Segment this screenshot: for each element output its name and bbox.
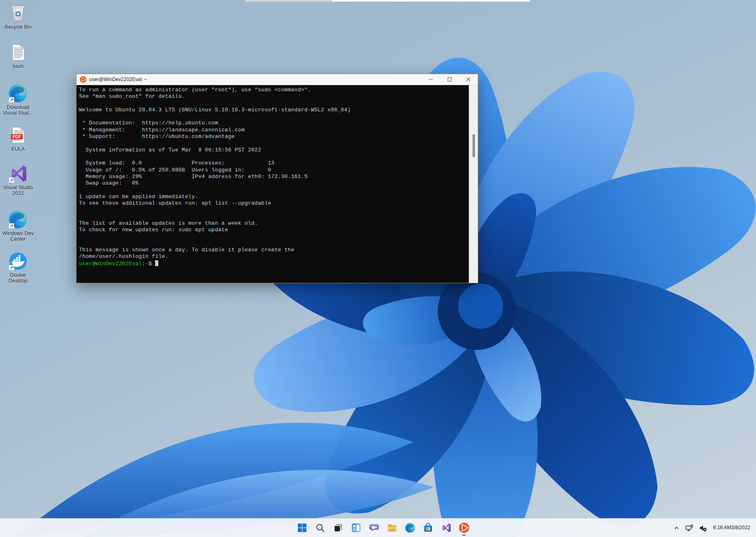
ubuntu-icon — [459, 523, 469, 533]
pdf-document-icon: PDF — [8, 125, 28, 145]
terminal-content[interactable]: To run a command as administrator (user … — [76, 85, 469, 283]
desktop-icon-label: EULA — [11, 146, 25, 152]
desktop-icon-label: Docker — [9, 272, 27, 278]
chat-icon — [369, 523, 379, 533]
tray-time: 6:16 AM — [713, 525, 731, 531]
desktop-icon-windows-dev-center[interactable]: ↗ Windows Dev Center — [1, 210, 35, 242]
text-document-icon — [8, 43, 28, 62]
clock[interactable]: 6:16 AM 3/8/2022 — [710, 520, 754, 536]
maximize-button[interactable] — [440, 74, 459, 85]
shortcut-arrow-icon: ↗ — [9, 265, 14, 271]
terminal-output: To run a command as administrator (user … — [79, 87, 469, 260]
desktop-icon-label: Windows Dev — [2, 230, 34, 236]
volume-muted-icon — [699, 524, 707, 532]
prompt-path: ~ — [145, 261, 148, 267]
network-tray-button[interactable] — [682, 520, 696, 536]
desktop-icon-label: Recycle Bin — [4, 24, 32, 30]
desktop-icon-eula[interactable]: PDF EULA — [1, 125, 35, 152]
terminal-prompt: user@WinDev2202Eval:~$ — [79, 260, 469, 267]
shortcut-arrow-icon: ↗ — [9, 177, 14, 183]
start-button[interactable] — [294, 519, 310, 537]
scrollbar-thumb[interactable] — [473, 134, 475, 157]
minimize-button[interactable] — [421, 74, 440, 85]
ethernet-network-icon — [685, 524, 693, 532]
desktop-icon-download-visual-studio[interactable]: ↗ Download Visual Stud... — [1, 83, 35, 116]
taskbar: 6:16 AM 3/8/2022 — [0, 518, 756, 537]
visual-studio-icon — [441, 523, 451, 533]
widgets-button[interactable] — [348, 519, 364, 537]
terminal-titlebar[interactable]: user@WinDev2202Eval: ~ — [76, 74, 478, 85]
docker-icon: ↗ — [8, 251, 28, 271]
tray-date: 3/8/2022 — [731, 525, 750, 531]
visual-studio-icon: ↗ — [8, 164, 28, 183]
prompt-user-host: user@WinDev2202Eval — [79, 261, 142, 267]
desktop-icon-recycle-bin[interactable]: Recycle Bin — [1, 3, 35, 30]
chevron-up-icon — [674, 525, 680, 531]
desktop-icon-label-line2: 2022 — [3, 190, 33, 196]
background-window-sliver — [245, 0, 530, 2]
desktop-icon-bash[interactable]: bash — [1, 43, 35, 69]
desktop-icon-label-line2: Center — [2, 236, 34, 242]
search-button[interactable] — [312, 519, 328, 537]
running-app-indicator — [462, 535, 466, 536]
volume-tray-button[interactable] — [696, 520, 710, 536]
store-button[interactable] — [420, 519, 436, 537]
pdf-badge: PDF — [13, 134, 22, 139]
edge-icon: ↗ — [8, 210, 28, 229]
close-button[interactable] — [459, 74, 478, 85]
desktop-icon-label: bash — [12, 63, 23, 69]
edge-icon: ↗ — [8, 83, 28, 103]
edge-button[interactable] — [402, 519, 418, 537]
file-explorer-button[interactable] — [384, 519, 400, 537]
ubuntu-logo-icon — [80, 76, 86, 83]
file-explorer-icon — [387, 523, 397, 533]
store-icon — [423, 523, 433, 533]
desktop-icon-visual-studio-2022[interactable]: ↗ Visual Studio 2022 — [1, 164, 35, 196]
desktop-icon-label: Download — [3, 104, 33, 110]
terminal-scrollbar[interactable] — [469, 85, 478, 283]
tray-chevron-button[interactable] — [671, 520, 682, 536]
prompt-symbol: $ — [148, 261, 152, 267]
shortcut-arrow-icon: ↗ — [9, 97, 14, 103]
task-view-button[interactable] — [330, 519, 346, 537]
prompt-separator: : — [142, 261, 145, 267]
task-view-icon — [333, 523, 343, 533]
window-title: user@WinDev2202Eval: ~ — [89, 77, 147, 82]
terminal-window: user@WinDev2202Eval: ~ To run a command … — [76, 74, 478, 283]
ubuntu-button[interactable] — [456, 519, 472, 537]
chat-button[interactable] — [366, 519, 382, 537]
recycle-bin-icon — [8, 3, 28, 23]
desktop-icon-label-line2: Desktop — [9, 278, 27, 284]
windows-start-icon — [297, 523, 307, 533]
edge-icon — [405, 523, 415, 533]
widgets-icon — [351, 523, 361, 533]
visual-studio-button[interactable] — [438, 519, 454, 537]
desktop-icon-label: Visual Studio — [3, 185, 33, 190]
shortcut-arrow-icon: ↗ — [9, 223, 14, 229]
terminal-cursor — [155, 260, 158, 266]
desktop-icon-docker-desktop[interactable]: ↗ Docker Desktop — [1, 251, 35, 284]
search-icon — [315, 523, 325, 533]
desktop-icon-label-line2: Visual Stud... — [3, 110, 33, 116]
